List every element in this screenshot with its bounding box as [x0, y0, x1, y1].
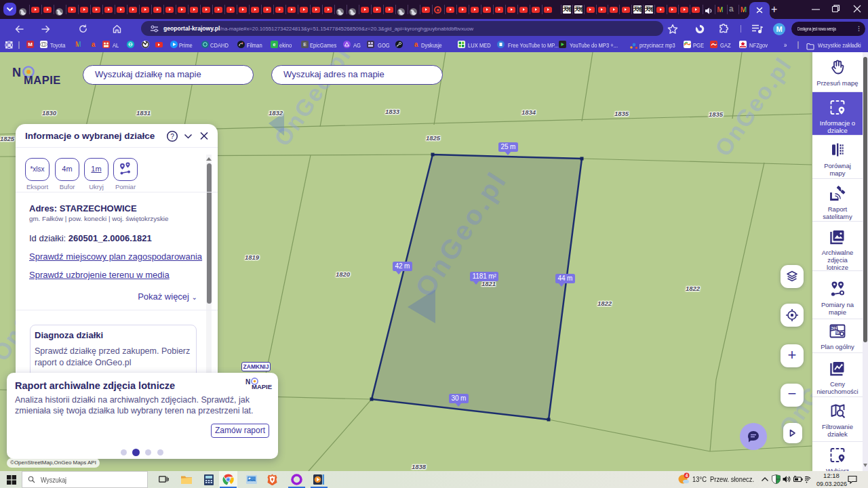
- svg-text:OnGeo.pl: OnGeo.pl: [709, 52, 796, 161]
- svg-text:4: 4: [686, 473, 688, 478]
- svg-text:?: ?: [170, 133, 174, 140]
- svg-text:5K: 5K: [835, 331, 840, 335]
- svg-text:50: 50: [831, 326, 835, 330]
